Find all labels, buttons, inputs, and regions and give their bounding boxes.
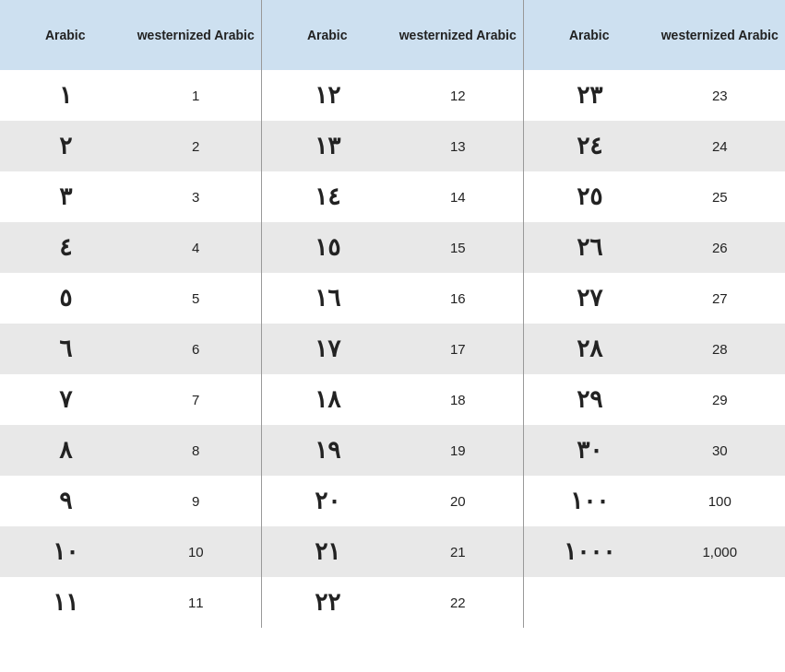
- arabic-numeral: ١٠٠: [524, 483, 655, 519]
- arabic-numeral: ٥: [0, 280, 131, 316]
- western-numeral: 15: [393, 236, 524, 259]
- header-western-2: westernized Arabic: [655, 25, 786, 45]
- western-numeral: 27: [655, 287, 786, 310]
- header-arabic-1: Arabic: [262, 25, 393, 45]
- western-numeral: 19: [393, 439, 524, 462]
- western-numeral: 1: [131, 84, 262, 107]
- table-row: ١٤14: [262, 171, 523, 222]
- western-numeral: 23: [655, 84, 786, 107]
- western-numeral: 100: [655, 489, 786, 513]
- arabic-numeral: ٢٣: [524, 77, 655, 113]
- arabic-numeral: ١٣: [262, 128, 393, 164]
- arabic-numeral: ١١: [0, 584, 131, 620]
- header-row-1: Arabicwesternized Arabic: [262, 0, 523, 70]
- western-numeral: 3: [131, 185, 262, 208]
- western-numeral: 28: [655, 337, 786, 360]
- arabic-numeral: ١: [0, 77, 131, 113]
- table-row: [524, 577, 785, 628]
- header-arabic-0: Arabic: [0, 25, 131, 45]
- table-row: ٣3: [0, 171, 261, 222]
- western-numeral: 16: [393, 287, 524, 310]
- table-row: ١١11: [0, 577, 261, 628]
- table-row: ١٨18: [262, 374, 523, 425]
- arabic-numeral: ٢٩: [524, 382, 655, 418]
- arabic-numeral: ٢٥: [524, 179, 655, 215]
- western-numeral: [655, 599, 786, 607]
- table-row: ٦6: [0, 324, 261, 374]
- arabic-numeral: ٩: [0, 483, 131, 519]
- table-row: ١٧17: [262, 324, 523, 374]
- table-row: ١٥15: [262, 222, 523, 273]
- western-numeral: 30: [655, 439, 786, 462]
- table-row: ٢٩29: [524, 374, 785, 425]
- header-row-2: Arabicwesternized Arabic: [524, 0, 785, 70]
- western-numeral: 8: [131, 439, 262, 462]
- table-row: ١٢12: [262, 70, 523, 121]
- western-numeral: 10: [131, 540, 262, 563]
- table-row: ٢٤24: [524, 121, 785, 171]
- western-numeral: 11: [131, 591, 262, 614]
- column-group-2: Arabicwesternized Arabic٢٣23٢٤24٢٥25٢٦26…: [524, 0, 785, 628]
- table-row: ٢٧27: [524, 273, 785, 324]
- arabic-numeral: ٣٠: [524, 432, 655, 468]
- column-group-0: Arabicwesternized Arabic١1٢2٣3٤4٥5٦6٧7٨8…: [0, 0, 262, 628]
- arabic-numeral: ١٥: [262, 230, 393, 265]
- western-numeral: 26: [655, 236, 786, 259]
- arabic-numeral: ١٢: [262, 77, 393, 113]
- arabic-numeral: ٢٧: [524, 280, 655, 316]
- table-row: ١٣13: [262, 121, 523, 171]
- arabic-numeral: ٢٢: [262, 584, 393, 620]
- arabic-numeral: ٦: [0, 331, 131, 367]
- western-numeral: 4: [131, 236, 262, 259]
- table-row: ٢١21: [262, 526, 523, 577]
- header-western-1: westernized Arabic: [393, 25, 524, 45]
- arabic-numeral: ١٠: [0, 534, 131, 570]
- table-row: ١٩19: [262, 425, 523, 476]
- table-row: ٥5: [0, 273, 261, 324]
- table-row: ١٠٠100: [524, 476, 785, 526]
- table-row: ١1: [0, 70, 261, 121]
- arabic-numeral: ٣: [0, 179, 131, 215]
- arabic-numeral: ١٠٠٠: [524, 534, 655, 570]
- arabic-numeral: ٢٨: [524, 331, 655, 367]
- arabic-numeral: ٨: [0, 432, 131, 468]
- western-numeral: 18: [393, 388, 524, 411]
- table-row: ٨8: [0, 425, 261, 476]
- western-numeral: 14: [393, 185, 524, 208]
- table-row: ٩9: [0, 476, 261, 526]
- arabic-numeral: ٤: [0, 230, 131, 265]
- arabic-numeral: ٢٦: [524, 230, 655, 265]
- western-numeral: 29: [655, 388, 786, 411]
- western-numeral: 22: [393, 591, 524, 614]
- table-row: ١٠٠٠1,000: [524, 526, 785, 577]
- western-numeral: 21: [393, 540, 524, 563]
- main-table: Arabicwesternized Arabic١1٢2٣3٤4٥5٦6٧7٨8…: [0, 0, 785, 628]
- western-numeral: 24: [655, 135, 786, 158]
- western-numeral: 25: [655, 185, 786, 208]
- western-numeral: 6: [131, 337, 262, 360]
- arabic-numeral: ١٤: [262, 179, 393, 215]
- header-western-0: westernized Arabic: [131, 25, 262, 45]
- table-row: ٢٨28: [524, 324, 785, 374]
- arabic-numeral: ١٩: [262, 432, 393, 468]
- table-row: ٢٠20: [262, 476, 523, 526]
- table-row: ١٠10: [0, 526, 261, 577]
- table-row: ٢٦26: [524, 222, 785, 273]
- table-row: ٤4: [0, 222, 261, 273]
- arabic-numeral: ٢١: [262, 534, 393, 570]
- arabic-numeral: ١٨: [262, 382, 393, 418]
- western-numeral: 12: [393, 84, 524, 107]
- western-numeral: 20: [393, 489, 524, 513]
- arabic-numeral: ٢٤: [524, 128, 655, 164]
- table-row: ٧7: [0, 374, 261, 425]
- western-numeral: 1,000: [655, 540, 786, 563]
- header-arabic-2: Arabic: [524, 25, 655, 45]
- arabic-numeral: ٢: [0, 128, 131, 164]
- western-numeral: 9: [131, 489, 262, 513]
- arabic-numeral: ١٦: [262, 280, 393, 316]
- column-group-1: Arabicwesternized Arabic١٢12١٣13١٤14١٥15…: [262, 0, 524, 628]
- arabic-numeral: ١٧: [262, 331, 393, 367]
- table-row: ٢٢22: [262, 577, 523, 628]
- western-numeral: 17: [393, 337, 524, 360]
- western-numeral: 5: [131, 287, 262, 310]
